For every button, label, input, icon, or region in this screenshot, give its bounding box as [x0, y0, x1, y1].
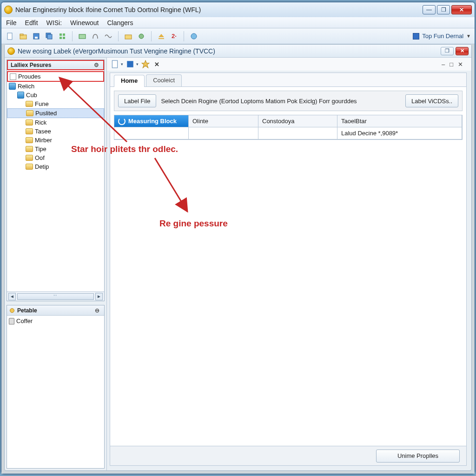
svg-line-20	[60, 78, 127, 142]
window-maximize-button[interactable]: ❐	[437, 5, 450, 14]
svg-line-21	[155, 158, 187, 212]
svg-rect-6	[47, 34, 52, 39]
toolbar-eject-icon[interactable]	[156, 31, 166, 41]
toolbar-new-icon[interactable]	[5, 31, 15, 41]
toolbar-open-icon[interactable]	[18, 31, 28, 41]
toolbar-folder-icon[interactable]	[123, 31, 133, 41]
annotation-arrow-1	[1, 44, 476, 463]
toolbar-right-dropdown[interactable]: Top Fun Dernal ▼	[413, 33, 471, 40]
svg-rect-12	[125, 35, 132, 39]
svg-rect-4	[35, 37, 38, 39]
toolbar-saveall-icon[interactable]	[44, 31, 54, 41]
toolbar-num-icon[interactable]: 2·	[169, 31, 179, 41]
svg-rect-7	[60, 33, 62, 36]
toolbar-module-icon[interactable]	[77, 31, 87, 41]
svg-point-13	[139, 34, 144, 39]
toolbar-fork-icon[interactable]	[90, 31, 100, 41]
svg-rect-15	[159, 38, 164, 39]
client-area: New eosing Labek (eVergorMusimoun Tust V…	[1, 44, 475, 474]
menu-wisi[interactable]: WISi:	[46, 19, 62, 26]
application-window: Nelar Enginesriny block Ifoine Cornet Tu…	[1, 2, 475, 474]
svg-rect-2	[20, 34, 23, 35]
app-logo-icon	[413, 33, 419, 40]
toolbar-gear-icon[interactable]	[136, 31, 146, 41]
menu-file[interactable]: File	[6, 19, 17, 26]
window-close-button[interactable]: ✕	[451, 5, 472, 14]
menu-bar: File Edfit WISi: Winewout Clangers	[1, 17, 475, 28]
svg-marker-14	[159, 34, 164, 37]
menu-wine[interactable]: Winewout	[70, 19, 99, 26]
svg-point-16	[191, 33, 197, 39]
toolbar-globe-icon[interactable]	[189, 31, 199, 41]
svg-rect-10	[63, 37, 65, 39]
svg-rect-9	[60, 37, 62, 39]
app-icon	[4, 6, 13, 14]
svg-rect-11	[79, 34, 86, 39]
menu-clangers[interactable]: Clangers	[107, 19, 133, 26]
menu-edit[interactable]: Edfit	[25, 19, 38, 26]
toolbar-right-label: Top Fun Dernal	[422, 33, 463, 40]
window-title: Nelar Enginesriny block Ifoine Cornet Tu…	[15, 6, 423, 13]
window-minimize-button[interactable]: —	[423, 5, 436, 14]
svg-rect-8	[63, 33, 65, 36]
svg-rect-0	[7, 33, 12, 40]
toolbar-grid-icon[interactable]	[57, 31, 67, 41]
main-toolbar: 2· Top Fun Dernal ▼	[1, 28, 475, 44]
toolbar-wave-icon[interactable]	[103, 31, 113, 41]
toolbar-save-icon[interactable]	[31, 31, 41, 41]
window-titlebar[interactable]: Nelar Enginesriny block Ifoine Cornet Tu…	[1, 2, 475, 17]
